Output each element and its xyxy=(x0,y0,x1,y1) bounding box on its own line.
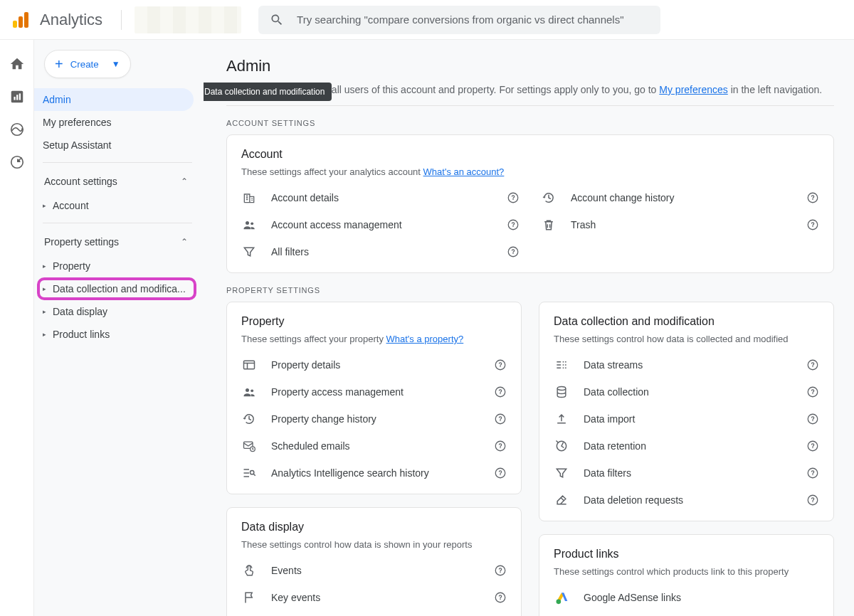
help-icon[interactable] xyxy=(806,413,819,425)
chevron-up-icon: ⌃ xyxy=(181,237,188,247)
row-events[interactable]: Events xyxy=(241,557,507,584)
row-property-history[interactable]: Property change history xyxy=(241,405,507,432)
upload-icon xyxy=(554,411,569,427)
row-search-history[interactable]: Analytics Intelligence search history xyxy=(241,460,507,487)
sidebar-group-property-settings[interactable]: Property settings ⌃ xyxy=(41,229,194,255)
card-desc: These settings affect your property What… xyxy=(241,334,507,344)
topbar: Analytics Try searching "compare convers… xyxy=(0,0,854,40)
help-icon[interactable] xyxy=(806,440,819,452)
sidebar-item-product-links[interactable]: ▸ Product links xyxy=(41,323,194,346)
help-icon[interactable] xyxy=(494,413,507,425)
streams-icon xyxy=(554,357,569,373)
database-icon xyxy=(554,384,569,400)
property-selector[interactable] xyxy=(135,6,241,33)
row-account-access[interactable]: Account access management xyxy=(241,211,520,238)
help-icon[interactable] xyxy=(494,591,507,604)
row-key-events[interactable]: Key events xyxy=(241,584,507,611)
help-icon[interactable] xyxy=(507,245,520,258)
sidebar-group-account-settings[interactable]: Account settings ⌃ xyxy=(41,169,194,194)
history-icon xyxy=(541,190,557,206)
row-data-deletion[interactable]: Data deletion requests xyxy=(554,487,819,514)
people-icon xyxy=(241,217,257,233)
funnel-icon xyxy=(554,465,569,481)
sidebar-item-property[interactable]: ▸ Property xyxy=(41,255,194,277)
scheduled-email-icon xyxy=(241,438,257,454)
rail-reports-icon[interactable] xyxy=(9,88,26,105)
help-icon[interactable] xyxy=(806,467,819,479)
help-icon[interactable] xyxy=(806,386,819,398)
help-icon[interactable] xyxy=(806,218,819,231)
sidebar-item-account[interactable]: ▸ Account xyxy=(41,194,194,217)
rail-advertising-icon[interactable] xyxy=(9,154,26,171)
chevron-down-icon: ▼ xyxy=(112,59,120,69)
card-title: Account xyxy=(241,148,819,161)
create-button-label: Create xyxy=(70,59,99,70)
card-title: Product links xyxy=(554,548,819,561)
sidebar-link-setup-assistant[interactable]: Setup Assistant xyxy=(34,134,194,156)
sidebar-divider xyxy=(43,162,192,163)
help-icon[interactable] xyxy=(806,494,819,506)
row-ads-links[interactable]: Google Ads links xyxy=(554,611,819,616)
topbar-separator xyxy=(121,10,122,30)
whats-an-account-link[interactable]: What's an account? xyxy=(423,166,505,177)
ga-logo-icon xyxy=(13,12,28,28)
row-data-import[interactable]: Data import xyxy=(554,405,819,432)
caret-right-icon: ▸ xyxy=(43,202,53,209)
row-account-details[interactable]: Account details xyxy=(241,184,520,211)
help-icon[interactable] xyxy=(494,440,507,452)
row-data-retention[interactable]: Data retention xyxy=(554,432,819,460)
history-icon xyxy=(241,411,257,427)
caret-right-icon: ▸ xyxy=(43,285,53,292)
row-property-access[interactable]: Property access management xyxy=(241,378,507,405)
card-desc: These settings control how data is shown… xyxy=(241,539,507,550)
row-account-history[interactable]: Account change history xyxy=(541,184,819,211)
section-label-property: PROPERTY SETTINGS xyxy=(226,286,834,294)
help-icon[interactable] xyxy=(494,564,507,577)
search-placeholder: Try searching "compare conversions from … xyxy=(297,14,623,26)
trash-icon xyxy=(541,217,557,233)
card-product-links: Product links These settings control whi… xyxy=(539,534,834,616)
card-desc: These settings affect your analytics acc… xyxy=(241,166,819,177)
row-property-details[interactable]: Property details xyxy=(241,351,507,378)
help-icon[interactable] xyxy=(494,359,507,371)
adsense-icon xyxy=(554,590,569,605)
help-icon[interactable] xyxy=(806,359,819,371)
caret-right-icon: ▸ xyxy=(43,331,53,338)
caret-right-icon: ▸ xyxy=(43,308,53,315)
row-scheduled-emails[interactable]: Scheduled emails xyxy=(241,432,507,460)
row-data-streams[interactable]: Data streams xyxy=(554,351,819,378)
section-label-account: ACCOUNT SETTINGS xyxy=(226,119,834,127)
help-icon[interactable] xyxy=(507,191,520,204)
row-trash[interactable]: Trash xyxy=(541,211,819,238)
row-data-collection[interactable]: Data collection xyxy=(554,378,819,405)
help-icon[interactable] xyxy=(507,218,520,231)
card-title: Property xyxy=(241,315,507,328)
search-input[interactable]: Try searching "compare conversions from … xyxy=(258,6,660,34)
chevron-up-icon: ⌃ xyxy=(181,176,188,186)
card-title: Data collection and modification xyxy=(554,315,819,328)
sidebar-item-data-collection[interactable]: ▸ Data collection and modifica... xyxy=(37,277,196,300)
rail-home-icon[interactable] xyxy=(9,55,26,73)
main-content: Data collection and modification Admin T… xyxy=(204,40,854,616)
admin-sidebar: + Create ▼ Admin My preferences Setup As… xyxy=(34,40,204,616)
row-adsense-links[interactable]: Google AdSense links xyxy=(554,584,819,611)
whats-a-property-link[interactable]: What's a property? xyxy=(386,334,464,344)
card-property: Property These settings affect your prop… xyxy=(226,302,522,494)
sidebar-link-my-preferences[interactable]: My preferences xyxy=(34,111,194,134)
help-icon[interactable] xyxy=(806,191,819,204)
plus-icon: + xyxy=(55,57,63,71)
rail-explore-icon[interactable] xyxy=(9,121,26,138)
row-audiences[interactable]: Audiences xyxy=(241,611,507,616)
search-list-icon xyxy=(241,465,257,481)
row-all-filters[interactable]: All filters xyxy=(241,238,520,265)
sidebar-item-data-display[interactable]: ▸ Data display xyxy=(41,300,194,323)
flag-icon xyxy=(241,590,257,605)
create-button[interactable]: + Create ▼ xyxy=(44,50,131,78)
my-preferences-link[interactable]: My preferences xyxy=(659,84,727,95)
sidebar-link-admin[interactable]: Admin xyxy=(34,88,194,111)
tooltip-data-collection: Data collection and modification xyxy=(204,83,332,101)
row-data-filters[interactable]: Data filters xyxy=(554,460,819,487)
help-icon[interactable] xyxy=(494,467,507,479)
card-data-display: Data display These settings control how … xyxy=(226,507,522,616)
help-icon[interactable] xyxy=(494,386,507,398)
